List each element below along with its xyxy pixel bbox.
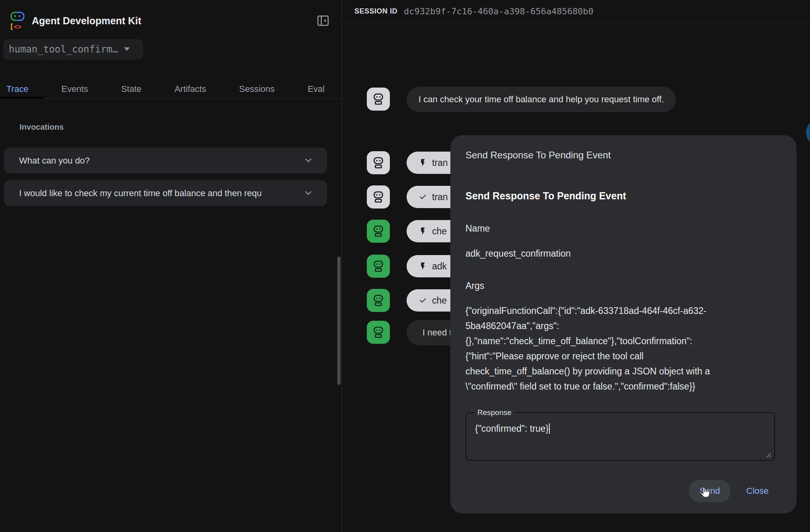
bolt-icon [419,227,427,236]
dropdown-caret-icon [123,47,131,52]
bolt-icon [419,158,427,167]
robot-icon [371,92,386,106]
chip-label: che [432,226,447,237]
dialog-heading: Send Response To Pending Event [465,190,781,202]
invocation-item[interactable]: What can you do? [4,148,327,173]
chevron-down-icon[interactable] [303,188,313,198]
chip-label: tran [432,158,448,168]
chip-label: tran [432,192,448,203]
floating-action-button[interactable] [806,119,810,146]
tab-sessions[interactable]: Sessions [239,84,275,94]
dialog-title: Send Response To Pending Event [465,150,781,161]
text-caret [549,423,550,434]
args-value: {"originalFunctionCall":{"id":"adk-63371… [465,303,781,394]
session-id-value: dc932b9f-7c16-460a-a398-656a485680b0 [404,6,594,16]
bot-avatar [367,151,390,174]
robot-icon [371,325,386,339]
bot-avatar [367,185,390,209]
robot-icon [371,190,386,204]
robot-icon [371,156,386,170]
collapse-panel-icon[interactable] [317,14,329,27]
chevron-down-icon[interactable] [303,155,313,166]
bot-avatar [367,289,390,312]
chip-label: adk [432,261,447,272]
tab-eval[interactable]: Eval [308,84,325,94]
agent-select-dropdown[interactable]: human_tool_confirm… [3,39,143,60]
bot-avatar [367,321,390,344]
robot-icon [371,259,386,273]
sidebar-scrollbar-thumb[interactable] [337,257,341,385]
check-icon [419,193,427,201]
response-input[interactable]: Response {"confirmed": true} [465,412,775,461]
name-label: Name [465,223,781,234]
invocation-text: What can you do? [19,156,90,166]
close-button[interactable]: Close [736,480,779,502]
adk-logo-icon: [ <> [10,10,25,30]
bot-avatar [367,88,390,111]
tab-bar: Trace Events State Artifacts Sessions Ev… [0,80,342,99]
check-icon [419,296,427,305]
tab-artifacts[interactable]: Artifacts [175,84,206,94]
session-id-label: SESSION ID [354,7,397,16]
bot-avatar [367,220,390,243]
response-field-label: Response [474,408,515,417]
dialog-buttons: Send Close [689,480,779,502]
svg-text:[: [ [10,23,14,30]
active-tab-indicator [0,97,45,99]
adk-web-app: [ <> Agent Development Kit human_tool_co… [0,0,810,532]
tab-state[interactable]: State [121,84,141,94]
send-button[interactable]: Send [689,480,730,502]
name-value: adk_request_confirmation [465,248,781,259]
send-response-dialog: Send Response To Pending Event Send Resp… [450,135,796,513]
robot-icon [371,224,386,238]
session-header: SESSION ID dc932b9f-7c16-460a-a398-656a4… [343,0,810,23]
invocation-item[interactable]: I would like to check my current time of… [4,180,327,206]
args-label: Args [465,281,781,291]
resize-handle-icon[interactable] [765,452,771,458]
app-header: [ <> Agent Development Kit [0,0,342,38]
bot-avatar [367,255,390,278]
invocations-heading: Invocations [19,123,64,132]
app-title: Agent Development Kit [32,15,141,27]
svg-text:<>: <> [14,23,21,30]
tab-trace[interactable]: Trace [6,84,28,94]
robot-icon [371,293,386,308]
chat-message-bubble: I can check your time off balance and he… [407,87,676,112]
agent-select-value: human_tool_confirm… [9,44,118,55]
invocation-text: I would like to check my current time of… [19,188,262,199]
sidebar: [ <> Agent Development Kit human_tool_co… [0,0,342,532]
bolt-icon [419,262,427,271]
chip-label: che [432,295,447,306]
tab-events[interactable]: Events [61,84,88,94]
response-field-value: {"confirmed": true} [466,413,774,444]
